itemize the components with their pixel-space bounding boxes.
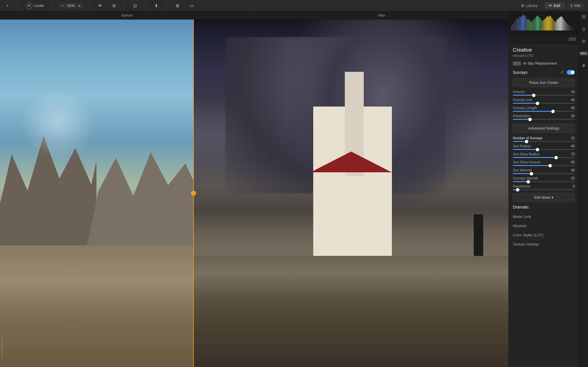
randomize-label-row: Randomize 8 <box>513 184 575 188</box>
svg-rect-19 <box>534 19 535 30</box>
toolbar-separator-6 <box>167 2 167 9</box>
brush-icon-button[interactable] <box>580 26 587 33</box>
preview-button[interactable]: 👁 <box>95 2 105 9</box>
place-sun-button[interactable]: Place Sun Center <box>513 78 575 87</box>
sun-radius-track[interactable] <box>513 149 575 150</box>
amount-thumb[interactable] <box>532 94 535 97</box>
zoom-in-button[interactable]: + <box>77 3 82 8</box>
edit-label: Edit <box>554 3 560 8</box>
amount-label-row: Amount 34 <box>513 90 575 94</box>
compare-button[interactable]: ⧉ <box>110 2 119 9</box>
sun-warmth-track[interactable] <box>513 173 575 174</box>
add-icon: + <box>6 3 9 8</box>
library-tab[interactable]: ⊞ Library <box>517 2 542 9</box>
sunrays-toggle[interactable] <box>567 70 575 75</box>
svg-rect-38 <box>556 20 557 30</box>
sunrays-warmth-label: Sunrays Warmth <box>513 176 538 180</box>
svg-rect-39 <box>558 19 558 30</box>
sunrays-length-thumb[interactable] <box>551 110 555 113</box>
svg-rect-41 <box>560 17 561 30</box>
sunrays-reset-button[interactable]: ↺ <box>560 69 564 75</box>
svg-rect-7 <box>519 16 520 30</box>
svg-rect-54 <box>575 29 577 30</box>
texture-overlay-item[interactable]: Texture Overlay <box>513 240 575 249</box>
sun-warmth-label-row: Sun Warmth 30 <box>513 168 575 172</box>
overall-look-thumb[interactable] <box>536 102 539 105</box>
split-divider[interactable] <box>193 20 194 367</box>
penetration-value: 28 <box>571 114 575 118</box>
randomize-thumb[interactable] <box>516 188 519 192</box>
sun-warmth-slider-row: Sun Warmth 30 <box>513 168 575 174</box>
sun-radius-thumb[interactable] <box>536 148 539 151</box>
layers-icon-button[interactable] <box>580 14 587 21</box>
number-of-sunrays-thumb[interactable] <box>525 140 528 143</box>
mystical-item[interactable]: Mystical <box>513 221 575 231</box>
sunrays-warmth-track[interactable] <box>513 181 575 182</box>
color-styles-item[interactable]: Color Styles (LUT) <box>513 231 575 240</box>
add-button[interactable]: + <box>3 2 11 9</box>
toolbar-separator-1 <box>17 2 18 9</box>
svg-rect-24 <box>539 18 540 30</box>
sunrays-warmth-thumb[interactable] <box>527 180 530 184</box>
sun-warmth-thumb[interactable] <box>530 172 533 175</box>
edit-tab[interactable]: ✏ Edit <box>544 2 565 9</box>
tools-icon-button[interactable] <box>580 62 587 69</box>
zoom-out-button[interactable]: − <box>60 3 65 8</box>
randomize-label: Randomize <box>513 184 530 188</box>
info-button[interactable]: ℹ Info <box>567 2 585 9</box>
sun-radius-fill <box>513 149 537 150</box>
sun-radius-label-row: Sun Radius 40 <box>513 144 575 148</box>
sun-glow-amount-label: Sun Glow Amount <box>513 160 540 164</box>
amount-label: Amount <box>513 90 525 94</box>
number-of-sunrays-value: 22 <box>571 136 575 140</box>
panel-adjust-icon-button[interactable]: ⊟⊟ <box>568 36 577 42</box>
toolbar: + ⊕ Looks − 42% + 👁 ⧉ ⊡ ⬆ ⊞ ▭ ⊞ Library … <box>0 0 588 11</box>
looks-button[interactable]: ⊕ Looks <box>23 1 47 10</box>
sunrays-warmth-fill <box>513 181 528 182</box>
svg-rect-42 <box>561 16 562 30</box>
edit-mask-button[interactable]: Edit Mask ▾ <box>513 193 575 202</box>
window-button[interactable]: ▭ <box>187 2 197 9</box>
svg-rect-3 <box>514 21 515 30</box>
penetration-track[interactable] <box>513 119 575 120</box>
sun-glow-amount-label-row: Sun Glow Amount 60 <box>513 160 575 164</box>
number-of-sunrays-label-row: Number of Sunrays 22 <box>513 136 575 140</box>
before-after-labels: Before After <box>0 11 508 20</box>
overall-look-track[interactable] <box>513 103 575 104</box>
sun-glow-amount-fill <box>513 165 550 166</box>
section-title: Creative <box>513 47 575 53</box>
amount-track[interactable] <box>513 95 575 96</box>
grid-button[interactable]: ⊞ <box>173 2 182 9</box>
pro-badge-button[interactable]: PRO <box>580 50 587 57</box>
sun-glow-amount-track[interactable] <box>513 165 575 166</box>
matte-look-item[interactable]: Matte Look <box>513 212 575 221</box>
sun-glow-radius-track[interactable] <box>513 157 575 158</box>
sunrays-warmth-slider-row: Sunrays Warmth 25 <box>513 176 575 182</box>
advanced-settings-button[interactable]: Advanced Settings <box>513 124 575 133</box>
number-of-sunrays-track[interactable] <box>513 141 575 142</box>
canvas-area: Before After © Enrico Calonico <box>0 11 508 367</box>
crop-button[interactable]: ⊡ <box>130 2 140 9</box>
looks-icon: ⊕ <box>26 3 32 9</box>
sun-radius-value: 40 <box>571 144 575 148</box>
penetration-thumb[interactable] <box>528 118 532 121</box>
panel-content[interactable]: Creative elevated.CR2 AI Sky Replacement… <box>509 44 579 367</box>
randomize-track[interactable] <box>513 189 575 190</box>
export-button[interactable]: ⬆ <box>152 2 161 9</box>
sun-glow-radius-thumb[interactable] <box>554 156 558 159</box>
adjustments-icon-button[interactable] <box>580 38 587 45</box>
svg-rect-51 <box>572 27 572 30</box>
sunrays-length-label-row: Sunrays Length 65 <box>513 106 575 110</box>
sun-glow-amount-thumb[interactable] <box>548 164 552 167</box>
sun-glow-radius-value: 70 <box>571 152 575 156</box>
window-icon: ▭ <box>190 3 194 8</box>
sunrays-length-track[interactable] <box>513 111 575 112</box>
svg-rect-48 <box>568 25 569 30</box>
library-icon: ⊞ <box>521 3 524 8</box>
sunrays-length-label: Sunrays Length <box>513 106 537 110</box>
svg-rect-14 <box>528 19 529 30</box>
histogram-area <box>509 11 579 34</box>
randomize-value: 8 <box>573 184 575 188</box>
right-panel: ⊟⊟ Creative elevated.CR2 AI Sky Replacem… <box>508 11 579 367</box>
svg-rect-9 <box>522 16 523 30</box>
